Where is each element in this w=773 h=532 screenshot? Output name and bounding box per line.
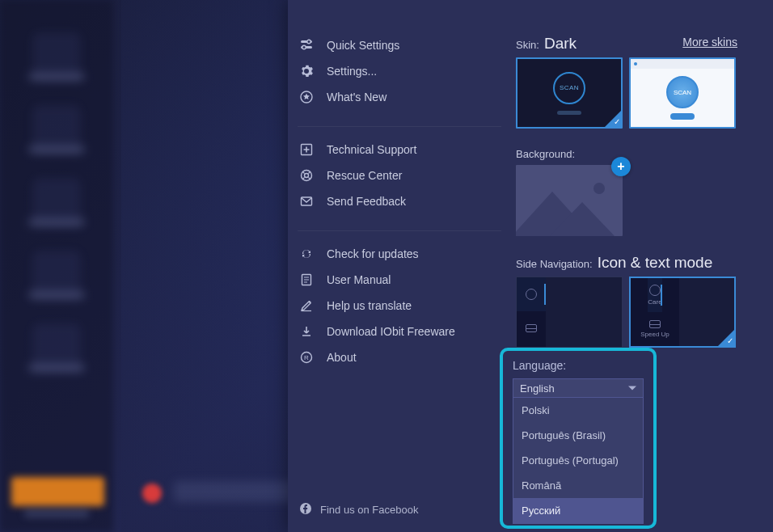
find-on-facebook-link[interactable]: Find us on Facebook	[299, 502, 418, 517]
menu-item-quick-settings[interactable]: Quick Settings	[288, 32, 511, 58]
skin-label: Skin:	[516, 39, 539, 51]
language-section-highlight: Language: English Polski Português (Bras…	[500, 348, 657, 529]
menu-item-label: Settings...	[327, 65, 377, 78]
language-option[interactable]: Português (Portugal)	[513, 448, 643, 473]
scan-circle-icon: SCAN	[666, 76, 699, 108]
menu-item-about[interactable]: R About	[288, 344, 511, 370]
menu-item-check-updates[interactable]: Check for updates	[288, 241, 511, 267]
skin-thumbnails: SCAN SCAN	[516, 57, 737, 129]
sidenav-value: Icon & text mode	[598, 254, 713, 272]
blurred-activate-button	[11, 477, 104, 506]
svg-text:R: R	[304, 354, 309, 361]
menu-group-3: Check for updates User Manual Help us tr…	[288, 241, 511, 370]
language-option[interactable]: Polski	[513, 398, 643, 423]
blurred-activate-label	[24, 509, 89, 517]
pencil-icon	[299, 298, 314, 313]
star-icon	[299, 90, 314, 104]
sidenav-section: Side Navigation: Icon & text mode Care S…	[516, 254, 737, 348]
menu-item-label: User Manual	[327, 273, 391, 286]
download-icon	[299, 324, 314, 339]
background-section: Background: +	[516, 148, 737, 236]
sidenav-label: Side Navigation:	[516, 258, 593, 270]
menu-item-label: Rescue Center	[327, 169, 402, 182]
menu-list: Quick Settings Settings... What's New Te…	[288, 0, 511, 532]
skin-option-dark[interactable]: SCAN	[516, 57, 623, 129]
mail-icon	[299, 194, 314, 209]
menu-item-label: Send Feedback	[327, 195, 406, 208]
language-label: Language:	[513, 359, 644, 372]
blurred-sidebar	[0, 0, 113, 532]
menu-item-label: Help us translate	[327, 299, 412, 312]
plus-box-icon	[299, 142, 314, 157]
add-background-button[interactable]: +	[611, 157, 631, 176]
menu-item-label: Check for updates	[327, 247, 419, 260]
menu-item-settings[interactable]: Settings...	[288, 58, 511, 84]
background-label: Background:	[516, 148, 575, 160]
book-icon	[299, 272, 314, 287]
skin-option-light[interactable]: SCAN	[629, 57, 736, 129]
skin-value: Dark	[544, 35, 577, 53]
background-thumbnail[interactable]	[516, 165, 623, 236]
facebook-label: Find us on Facebook	[320, 504, 418, 516]
chevron-down-icon	[628, 386, 636, 391]
menu-item-label: What's New	[327, 91, 386, 103]
refresh-icon	[299, 247, 314, 261]
sidenav-option-icon-text[interactable]: Care Speed Up	[629, 277, 736, 348]
svg-point-2	[307, 40, 310, 43]
sidenav-option-icon-only[interactable]	[516, 277, 623, 348]
menu-item-download-freeware[interactable]: Download IObit Freeware	[288, 319, 511, 344]
menu-group-2: Technical Support Rescue Center Send Fee…	[288, 137, 511, 214]
menu-item-technical-support[interactable]: Technical Support	[288, 137, 511, 163]
menu-item-label: Download IObit Freeware	[327, 325, 455, 338]
language-dropdown: Polski Português (Brasil) Português (Por…	[513, 398, 644, 524]
menu-item-send-feedback[interactable]: Send Feedback	[288, 188, 511, 214]
menu-divider	[298, 126, 501, 127]
lifebuoy-icon	[299, 168, 314, 183]
scan-circle-icon: SCAN	[553, 72, 585, 104]
menu-item-whats-new[interactable]: What's New	[288, 84, 511, 110]
selected-check-icon	[718, 330, 734, 346]
language-selected-value: English	[520, 382, 555, 395]
menu-item-help-translate[interactable]: Help us translate	[288, 293, 511, 319]
selected-check-icon	[605, 111, 621, 127]
sliders-icon	[299, 38, 314, 53]
language-option[interactable]: Română	[513, 473, 643, 498]
menu-item-label: Technical Support	[327, 143, 416, 156]
svg-point-7	[305, 174, 309, 178]
menu-item-label: Quick Settings	[327, 39, 399, 52]
menu-item-user-manual[interactable]: User Manual	[288, 267, 511, 293]
svg-point-3	[302, 45, 306, 49]
blurred-notification-dot	[142, 483, 162, 503]
more-skins-link[interactable]: More skins	[682, 36, 737, 49]
menu-item-rescue-center[interactable]: Rescue Center	[288, 163, 511, 188]
menu-item-label: About	[327, 351, 357, 364]
language-select[interactable]: English	[513, 378, 644, 398]
gear-icon	[299, 64, 314, 78]
language-option[interactable]: Русский	[513, 498, 643, 523]
menu-group-1: Quick Settings Settings... What's New	[288, 32, 511, 110]
menu-divider	[298, 230, 501, 231]
language-option[interactable]: Português (Brasil)	[513, 423, 643, 448]
registered-icon: R	[299, 350, 314, 365]
settings-flyout-panel: Quick Settings Settings... What's New Te…	[288, 0, 773, 532]
facebook-icon	[299, 502, 312, 517]
